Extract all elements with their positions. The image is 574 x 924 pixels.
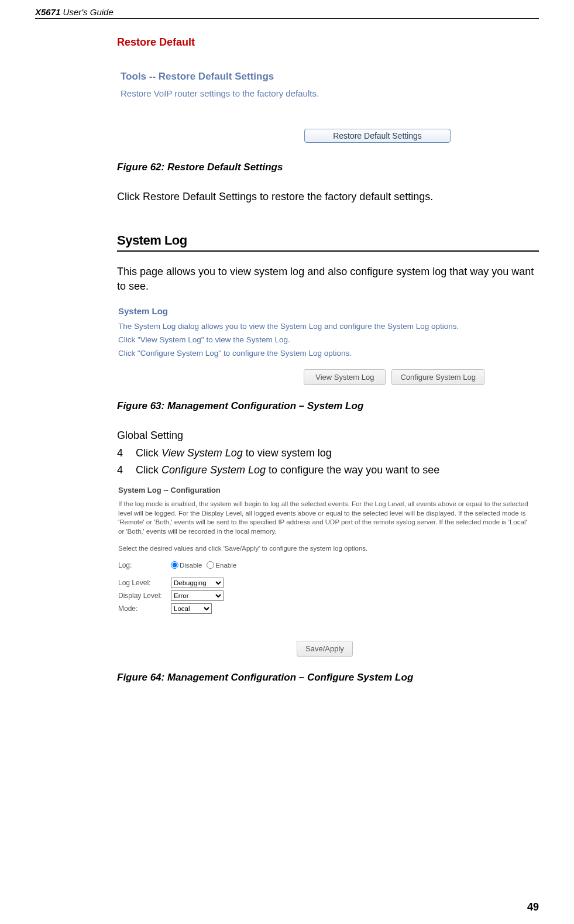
screenshot-restore-default: Tools -- Restore Default Settings Restor… [117,65,456,149]
product-name: X5671 [35,7,60,17]
save-apply-button[interactable]: Save/Apply [297,641,353,657]
restore-default-button[interactable]: Restore Default Settings [304,129,451,143]
ss3-title: System Log -- Configuration [117,482,532,498]
restore-default-paragraph: Click Restore Default Settings to restor… [117,190,539,204]
display-level-label: Display Level: [118,592,171,600]
system-log-intro: This page allows you to view system log … [117,265,539,293]
ss2-title: System Log [117,301,486,320]
system-log-heading: System Log [117,233,539,252]
restore-default-heading: Restore Default [117,36,539,49]
view-system-log-button[interactable]: View System Log [304,369,386,385]
list-text: Click View System Log to view system log [136,447,332,459]
list-item: 4 Click View System Log to view system l… [117,447,539,459]
log-level-label: Log Level: [118,579,171,587]
figure-63-caption: Figure 63: Management Configuration – Sy… [117,400,539,412]
figure-64-caption: Figure 64: Management Configuration – Co… [117,672,539,683]
header-suffix: User's Guide [60,7,113,17]
log-disable-radio[interactable] [171,561,178,569]
ss2-line3: Click "Configure System Log" to configur… [117,346,486,360]
list-text: Click Configure System Log to configure … [136,464,439,476]
view-system-log-emph: View System Log [161,447,243,459]
log-enable-radio[interactable] [207,561,214,569]
ss3-para2: Select the desired values and click 'Sav… [117,542,532,555]
log-disable-label: Disable [180,562,202,569]
screenshot-configure-system-log: System Log -- Configuration If the log m… [117,482,532,659]
ss1-body: Restore VoIP router settings to the fact… [117,87,456,99]
configure-system-log-emph: Configure System Log [161,464,266,476]
ss3-para1: If the log mode is enabled, the system w… [117,498,532,538]
configure-system-log-button[interactable]: Configure System Log [391,369,484,385]
list-number: 4 [117,464,136,476]
ss1-title: Tools -- Restore Default Settings [117,65,456,87]
log-label: Log: [118,561,171,569]
log-level-select[interactable]: Debugging [171,578,224,588]
page-number: 49 [527,901,539,913]
log-enable-label: Enable [215,562,236,569]
ss2-line2: Click "View System Log" to view the Syst… [117,333,486,346]
list-item: 4 Click Configure System Log to configur… [117,464,539,476]
mode-label: Mode: [118,604,171,613]
list-number: 4 [117,447,136,459]
ss2-line1: The System Log dialog allows you to view… [117,320,486,333]
display-level-select[interactable]: Error [171,590,224,601]
mode-select[interactable]: Local [171,603,212,614]
figure-62-caption: Figure 62: Restore Default Settings [117,162,539,173]
global-setting-label: Global Setting [117,428,539,442]
screenshot-system-log: System Log The System Log dialog allows … [117,301,486,387]
page-header: X5671 User's Guide [35,7,539,19]
